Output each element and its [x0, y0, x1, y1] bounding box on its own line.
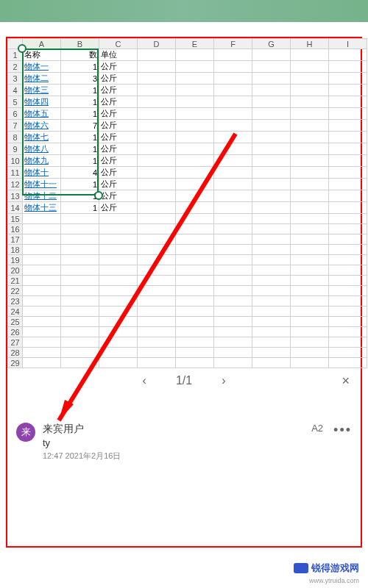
- cell[interactable]: [138, 143, 176, 155]
- cell[interactable]: [138, 167, 176, 179]
- cell[interactable]: [252, 276, 291, 286]
- cell[interactable]: [99, 265, 138, 276]
- cell[interactable]: [138, 49, 176, 61]
- cell[interactable]: [99, 245, 138, 255]
- cell[interactable]: [214, 190, 252, 202]
- table-row[interactable]: 21: [8, 276, 367, 286]
- cell[interactable]: [214, 296, 252, 306]
- cell[interactable]: [61, 265, 99, 276]
- column-header-C[interactable]: C: [99, 39, 138, 49]
- cell[interactable]: [329, 224, 367, 234]
- cell[interactable]: [291, 286, 329, 296]
- cell[interactable]: [99, 327, 138, 337]
- row-header[interactable]: 10: [8, 155, 23, 167]
- cell[interactable]: [291, 337, 329, 348]
- row-header[interactable]: 24: [8, 306, 23, 317]
- cell[interactable]: 单位: [99, 49, 138, 61]
- table-row[interactable]: 25: [8, 317, 367, 327]
- cell[interactable]: 公斤: [99, 132, 138, 143]
- table-row[interactable]: 17: [8, 234, 367, 245]
- cell[interactable]: [176, 306, 214, 317]
- cell[interactable]: [329, 155, 367, 167]
- cell[interactable]: [176, 337, 214, 348]
- cell[interactable]: [138, 348, 176, 358]
- cell[interactable]: [138, 317, 176, 327]
- table-row[interactable]: 28: [8, 348, 367, 358]
- cell[interactable]: [291, 265, 329, 276]
- cell[interactable]: 1: [61, 85, 99, 96]
- column-header-A[interactable]: A: [23, 39, 61, 49]
- cell[interactable]: [214, 234, 252, 245]
- row-header[interactable]: 3: [8, 73, 23, 85]
- cell[interactable]: [329, 276, 367, 286]
- cell[interactable]: [329, 61, 367, 73]
- row-header[interactable]: 12: [8, 179, 23, 190]
- cell[interactable]: [291, 120, 329, 132]
- cell[interactable]: [99, 286, 138, 296]
- cell[interactable]: [61, 214, 99, 224]
- row-header[interactable]: 16: [8, 224, 23, 234]
- row-header[interactable]: 22: [8, 286, 23, 296]
- table-row[interactable]: 4物体三1公斤: [8, 85, 367, 96]
- cell[interactable]: 数: [61, 49, 99, 61]
- cell[interactable]: [23, 276, 61, 286]
- cell[interactable]: [138, 234, 176, 245]
- row-header[interactable]: 19: [8, 255, 23, 265]
- cell[interactable]: [176, 96, 214, 108]
- cell[interactable]: 物体四: [23, 96, 61, 108]
- cell[interactable]: 公斤: [99, 73, 138, 85]
- cell[interactable]: [291, 155, 329, 167]
- cell[interactable]: [214, 143, 252, 155]
- cell[interactable]: [291, 327, 329, 337]
- cell[interactable]: [329, 190, 367, 202]
- cell[interactable]: [214, 276, 252, 286]
- cell[interactable]: [176, 179, 214, 190]
- cell[interactable]: [329, 49, 367, 61]
- cell[interactable]: [252, 234, 291, 245]
- cell[interactable]: [23, 234, 61, 245]
- select-all-corner[interactable]: [8, 39, 23, 49]
- cell[interactable]: [252, 120, 291, 132]
- cell[interactable]: 1: [61, 108, 99, 120]
- cell[interactable]: 公斤: [99, 190, 138, 202]
- cell[interactable]: [176, 120, 214, 132]
- cell[interactable]: [176, 317, 214, 327]
- cell[interactable]: [23, 255, 61, 265]
- cell[interactable]: [214, 108, 252, 120]
- cell[interactable]: [252, 155, 291, 167]
- cell[interactable]: [214, 167, 252, 179]
- cell[interactable]: [252, 265, 291, 276]
- cell[interactable]: [138, 224, 176, 234]
- table-row[interactable]: 16: [8, 224, 367, 234]
- table-row[interactable]: 2物体一1公斤: [8, 61, 367, 73]
- spreadsheet-grid[interactable]: ABCDEFGHI 1名称数单位2物体一1公斤3物体二3公斤4物体三1公斤5物体…: [7, 38, 367, 368]
- cell[interactable]: [23, 286, 61, 296]
- cell[interactable]: [61, 276, 99, 286]
- row-header[interactable]: 13: [8, 190, 23, 202]
- cell[interactable]: [252, 132, 291, 143]
- row-header[interactable]: 21: [8, 276, 23, 286]
- cell[interactable]: [252, 190, 291, 202]
- cell[interactable]: 1: [61, 202, 99, 214]
- cell[interactable]: [176, 143, 214, 155]
- table-row[interactable]: 9物体八1公斤: [8, 143, 367, 155]
- cell[interactable]: [291, 214, 329, 224]
- cell[interactable]: [291, 132, 329, 143]
- cell[interactable]: [329, 96, 367, 108]
- cell[interactable]: [176, 155, 214, 167]
- cell[interactable]: [214, 348, 252, 358]
- column-header-H[interactable]: H: [291, 39, 329, 49]
- cell[interactable]: [291, 255, 329, 265]
- row-header[interactable]: 9: [8, 143, 23, 155]
- cell[interactable]: [214, 85, 252, 96]
- cell[interactable]: [214, 61, 252, 73]
- cell[interactable]: [291, 96, 329, 108]
- row-header[interactable]: 4: [8, 85, 23, 96]
- cell[interactable]: [176, 296, 214, 306]
- pager-next[interactable]: ›: [222, 374, 225, 387]
- cell[interactable]: [329, 132, 367, 143]
- cell[interactable]: 公斤: [99, 167, 138, 179]
- cell[interactable]: [214, 255, 252, 265]
- row-header[interactable]: 20: [8, 265, 23, 276]
- cell[interactable]: [176, 49, 214, 61]
